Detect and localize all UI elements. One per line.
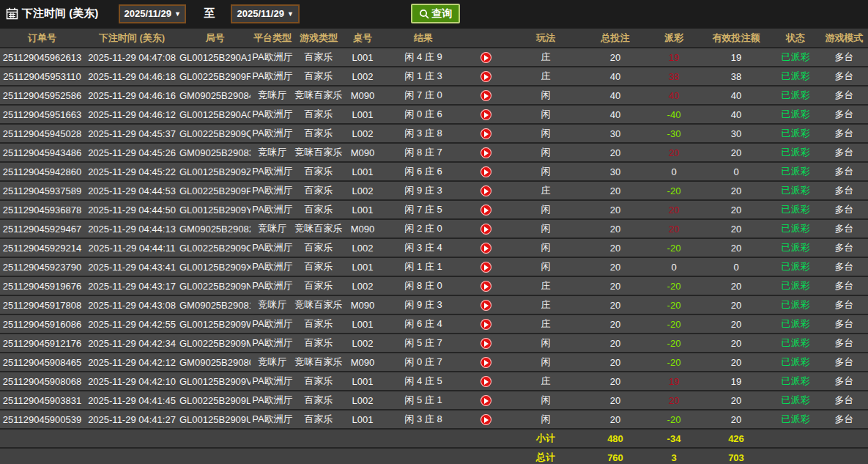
cell-game_type: 百家乐 [294,314,343,334]
play-video-icon[interactable] [481,243,492,254]
cell-result: 闲 6 庄 6 [382,162,464,181]
cell-valid_bet: 20 [702,334,771,353]
cell-valid_bet: 19 [702,48,771,67]
play-video-icon[interactable] [481,414,492,425]
cell-platform: 竞咪厅 [251,143,294,162]
cell-game_type: 百家乐 [294,276,343,295]
subtotal-spacer [820,429,868,448]
cell-payout: -20 [646,314,702,334]
cell-replay [464,257,507,276]
play-video-icon[interactable] [481,166,492,177]
play-video-icon[interactable] [481,338,492,349]
query-button[interactable]: 查询 [411,4,460,23]
cell-game: GL00225B2909M [179,334,251,353]
play-video-icon[interactable] [481,262,492,273]
cell-mode: 多台 [820,105,868,124]
play-triangle-icon [484,417,489,423]
cell-mode: 多台 [820,372,868,391]
cell-table_no: M090 [343,353,382,372]
cell-time: 2025-11-29 04:45:26 [84,143,179,162]
cell-total_bet: 20 [585,334,646,353]
cell-result: 闲 5 庄 7 [382,334,464,353]
query-button-label: 查询 [431,7,452,21]
cell-valid_bet: 19 [702,372,771,391]
play-video-icon[interactable] [481,52,492,63]
play-video-icon[interactable] [481,109,492,120]
cell-valid_bet: 40 [702,86,771,105]
play-video-icon[interactable] [481,281,492,292]
cell-time: 2025-11-29 04:42:10 [84,372,179,391]
cell-payout: -30 [646,124,702,143]
cell-platform: 竞咪厅 [251,219,294,238]
table-row: 2511290459450282025-11-29 04:45:37GL0022… [0,124,868,143]
play-video-icon[interactable] [481,376,492,387]
cell-time: 2025-11-29 04:44:13 [84,219,179,238]
cell-order: 251129045953110 [0,67,84,86]
cell-play: 庄 [507,295,585,314]
cell-game: GL00125B2909Z [179,162,251,181]
cell-order: 251129045945028 [0,124,84,143]
table-row: 2511290459178082025-11-29 04:43:08GM0902… [0,295,868,314]
cell-result: 闲 0 庄 6 [382,105,464,124]
cell-replay [464,295,507,314]
cell-table_no: L002 [343,238,382,257]
cell-game_type: 百家乐 [294,391,343,410]
play-video-icon[interactable] [481,71,492,82]
cell-order: 251129045923790 [0,257,84,276]
cell-total_bet: 20 [585,219,646,238]
cell-platform: 竞咪厅 [251,353,294,372]
cell-status: 已派彩 [771,219,820,238]
cell-game: GM09025B29082 [179,219,251,238]
search-icon [419,9,429,19]
cell-replay [464,143,507,162]
play-triangle-icon [484,188,489,194]
cell-replay [464,314,507,334]
play-triangle-icon [484,93,489,99]
cell-payout: -20 [646,410,702,429]
cell-game_type: 百家乐 [294,162,343,181]
play-video-icon[interactable] [481,90,492,101]
cell-game: GM09025B29083 [179,143,251,162]
cell-table_no: L001 [343,410,382,429]
play-video-icon[interactable] [481,185,492,196]
date-from-dropdown[interactable]: 2025/11/29 ▼ [119,4,186,23]
cell-game_type: 百家乐 [294,124,343,143]
cell-time: 2025-11-29 04:46:18 [84,67,179,86]
total-spacer [0,448,507,464]
date-to-value: 2025/11/29 [237,8,284,19]
date-to-dropdown[interactable]: 2025/11/29 ▼ [231,4,300,23]
cell-replay [464,238,507,257]
play-video-icon[interactable] [481,395,492,406]
cell-total_bet: 40 [585,86,646,105]
play-video-icon[interactable] [481,319,492,330]
cell-game_type: 百家乐 [294,200,343,219]
cell-total_bet: 30 [585,162,646,181]
cell-table_no: L002 [343,124,382,143]
cell-payout: -20 [646,276,702,295]
play-triangle-icon [484,131,489,137]
cell-game_type: 竞咪百家乐 [294,295,343,314]
play-video-icon[interactable] [481,147,492,158]
play-video-icon[interactable] [481,128,492,139]
cell-platform: PA欧洲厅 [251,48,294,67]
play-video-icon[interactable] [481,205,492,216]
table-row: 2511290459292142025-11-29 04:44:11GL0022… [0,238,868,257]
play-video-icon[interactable] [481,357,492,368]
cell-play: 闲 [507,86,585,105]
cell-platform: PA欧洲厅 [251,105,294,124]
col-header-game-mode: 游戏模式 [820,29,868,48]
col-header-order-id: 订单号 [0,29,84,48]
cell-replay [464,124,507,143]
cell-status: 已派彩 [771,124,820,143]
cell-order: 251129045952586 [0,86,84,105]
cell-table_no: L001 [343,105,382,124]
col-header-result: 结果 [382,29,464,48]
cell-replay [464,67,507,86]
play-video-icon[interactable] [481,224,492,235]
play-video-icon[interactable] [481,300,492,311]
cell-status: 已派彩 [771,162,820,181]
cell-mode: 多台 [820,314,868,334]
cell-payout: -20 [646,295,702,314]
table-row: 2511290459428602025-11-29 04:45:22GL0012… [0,162,868,181]
cell-game_type: 百家乐 [294,105,343,124]
